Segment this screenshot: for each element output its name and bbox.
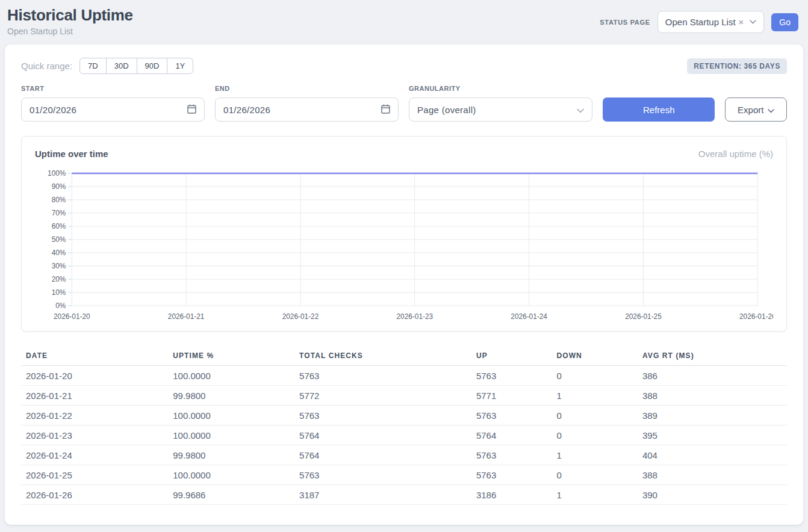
- chevron-down-icon: [750, 20, 756, 24]
- svg-text:10%: 10%: [52, 288, 66, 297]
- quick-range-30d[interactable]: 30D: [106, 58, 137, 74]
- end-date-value: 01/26/2026: [223, 105, 270, 115]
- table-cell: 2026-01-26: [21, 485, 168, 505]
- chart-title: Uptime over time: [35, 149, 108, 159]
- svg-text:2026-01-22: 2026-01-22: [282, 312, 319, 321]
- end-date-label: END: [215, 85, 399, 92]
- column-header: TOTAL CHECKS: [294, 346, 471, 366]
- start-date-value: 01/20/2026: [30, 105, 76, 115]
- start-date-field: START 01/20/2026: [21, 85, 205, 122]
- calendar-icon[interactable]: [187, 104, 196, 116]
- granularity-select[interactable]: Page (overall): [409, 97, 592, 122]
- table-cell: 2026-01-20: [21, 366, 168, 386]
- table-cell: 99.9800: [168, 445, 294, 465]
- svg-text:2026-01-21: 2026-01-21: [168, 312, 205, 321]
- svg-text:30%: 30%: [52, 262, 66, 270]
- status-page-label: STATUS PAGE: [600, 19, 650, 26]
- table-cell: 5763: [471, 406, 552, 425]
- page-title: Historical Uptime: [7, 6, 133, 25]
- chevron-down-icon: [577, 105, 584, 115]
- start-date-input[interactable]: 01/20/2026: [21, 97, 205, 122]
- quick-range-90d[interactable]: 90D: [137, 58, 168, 74]
- clear-selection-icon[interactable]: ×: [739, 17, 744, 27]
- granularity-value: Page (overall): [417, 105, 476, 115]
- table-cell: 5771: [471, 386, 552, 406]
- table-cell: 0: [552, 366, 637, 386]
- table-cell: 389: [638, 406, 787, 425]
- table-cell: 5763: [294, 366, 471, 386]
- table-cell: 99.9686: [168, 485, 294, 505]
- table-cell: 5763: [294, 465, 471, 485]
- table-cell: 100.0000: [168, 465, 294, 485]
- column-header: UPTIME %: [168, 346, 294, 366]
- table-cell: 395: [638, 425, 787, 445]
- go-button[interactable]: Go: [771, 13, 798, 31]
- table-cell: 386: [638, 366, 787, 386]
- table-cell: 5763: [471, 445, 552, 465]
- table-cell: 0: [552, 406, 637, 425]
- status-page-selected-value: Open Startup List: [665, 17, 736, 27]
- export-button-label: Export: [738, 105, 763, 115]
- column-header: AVG RT (MS): [638, 346, 787, 366]
- chart-legend: Overall uptime (%): [698, 149, 773, 159]
- svg-text:60%: 60%: [52, 222, 66, 230]
- svg-text:100%: 100%: [48, 169, 66, 178]
- start-date-label: START: [21, 85, 205, 92]
- svg-text:20%: 20%: [52, 275, 66, 283]
- svg-text:0%: 0%: [55, 302, 66, 310]
- svg-text:90%: 90%: [52, 182, 66, 191]
- table-cell: 1: [552, 485, 637, 505]
- svg-text:80%: 80%: [52, 196, 66, 204]
- column-header: DATE: [21, 346, 168, 366]
- page-subtitle: Open Startup List: [7, 26, 133, 36]
- table-row: 2026-01-2199.9800577257711388: [21, 386, 787, 406]
- column-header: UP: [471, 346, 552, 366]
- svg-text:2026-01-25: 2026-01-25: [625, 312, 662, 321]
- end-date-field: END 01/26/2026: [215, 85, 399, 122]
- quick-range-label: Quick range:: [21, 61, 72, 71]
- uptime-chart-card: Uptime over time Overall uptime (%) 0%10…: [21, 136, 787, 332]
- table-cell: 3186: [471, 485, 552, 505]
- table-cell: 2026-01-24: [21, 445, 168, 465]
- table-cell: 5764: [294, 425, 471, 445]
- table-cell: 100.0000: [168, 366, 294, 386]
- granularity-field: GRANULARITY Page (overall): [409, 85, 592, 122]
- table-cell: 2026-01-25: [21, 465, 168, 485]
- table-row: 2026-01-2699.9686318731861390: [21, 485, 787, 505]
- quick-range-1y[interactable]: 1Y: [167, 58, 193, 74]
- column-header: DOWN: [552, 346, 637, 366]
- table-cell: 1: [552, 445, 637, 465]
- table-row: 2026-01-22100.0000576357630389: [21, 406, 787, 425]
- table-cell: 5763: [294, 406, 471, 425]
- svg-text:2026-01-23: 2026-01-23: [396, 312, 433, 321]
- calendar-icon[interactable]: [381, 104, 390, 116]
- table-cell: 3187: [294, 485, 471, 505]
- refresh-button[interactable]: Refresh: [603, 97, 715, 122]
- table-cell: 5763: [471, 465, 552, 485]
- table-cell: 5763: [471, 366, 552, 386]
- table-cell: 100.0000: [168, 406, 294, 425]
- table-cell: 2026-01-21: [21, 386, 168, 406]
- title-block: Historical Uptime Open Startup List: [7, 6, 133, 36]
- table-cell: 0: [552, 465, 637, 485]
- quick-range-7d[interactable]: 7D: [79, 58, 107, 74]
- main-card: Quick range: 7D30D90D1Y RETENTION: 365 D…: [5, 45, 803, 525]
- status-page-select[interactable]: Open Startup List ×: [657, 11, 765, 33]
- quick-range-row: Quick range: 7D30D90D1Y RETENTION: 365 D…: [21, 58, 787, 74]
- svg-text:2026-01-20: 2026-01-20: [54, 312, 90, 321]
- quick-range-group: Quick range: 7D30D90D1Y: [21, 58, 193, 74]
- export-button[interactable]: Export: [725, 97, 787, 122]
- chart-header: Uptime over time Overall uptime (%): [35, 149, 773, 159]
- page-header: Historical Uptime Open Startup List STAT…: [0, 0, 808, 42]
- table-row: 2026-01-25100.0000576357630388: [21, 465, 787, 485]
- table-cell: 2026-01-23: [21, 425, 168, 445]
- table-cell: 390: [638, 485, 787, 505]
- granularity-label: GRANULARITY: [409, 85, 592, 92]
- filter-row: START 01/20/2026 END 01/26/2026 GRANULAR…: [21, 85, 787, 122]
- uptime-table: DATEUPTIME %TOTAL CHECKSUPDOWNAVG RT (MS…: [21, 346, 787, 505]
- table-cell: 5772: [294, 386, 471, 406]
- header-controls: STATUS PAGE Open Startup List × Go: [600, 11, 798, 33]
- table-cell: 404: [638, 445, 787, 465]
- table-cell: 388: [638, 465, 787, 485]
- end-date-input[interactable]: 01/26/2026: [215, 97, 399, 122]
